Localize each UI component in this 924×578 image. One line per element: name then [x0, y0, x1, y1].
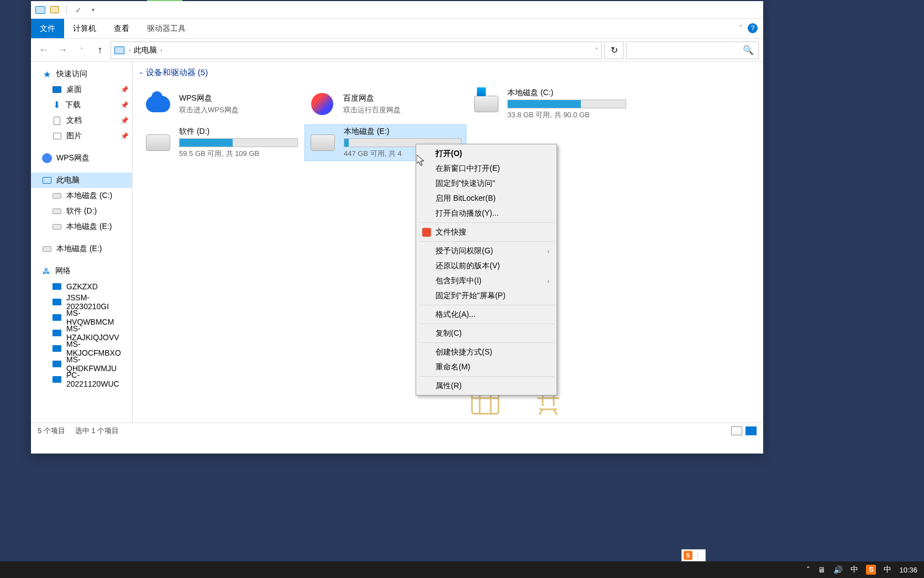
- maximize-button[interactable]: ☐: [712, 0, 738, 1]
- sidebar-documents[interactable]: 文档 📌: [31, 113, 132, 128]
- ime-indicator[interactable]: 中: [884, 565, 891, 575]
- menu-restore-versions[interactable]: 还原以前的版本(V): [418, 258, 555, 273]
- breadcrumb-this-pc[interactable]: 此电脑: [134, 45, 157, 55]
- ribbon: 文件 计算机 查看 驱动器工具 ˅ ?: [31, 19, 763, 39]
- sidebar-drive-d[interactable]: 软件 (D:): [31, 204, 132, 219]
- menu-include-library[interactable]: 包含到库中(I)›: [418, 273, 555, 288]
- chevron-right-icon: ›: [547, 248, 549, 254]
- sidebar-label: GZKZXD: [66, 282, 98, 291]
- menu-copy[interactable]: 复制(C): [418, 326, 555, 341]
- close-button[interactable]: ✕: [738, 0, 763, 1]
- drive-icon: [52, 191, 62, 201]
- sidebar-pc2[interactable]: JSSM-20230210GI: [31, 294, 132, 310]
- taskbar: ˄ 🖥 🔊 中 S 中 10:36: [0, 561, 924, 578]
- ribbon-view-tab[interactable]: 查看: [105, 19, 138, 38]
- sidebar-pc6[interactable]: MS-QHDKFWMJU: [31, 356, 132, 372]
- menu-create-shortcut[interactable]: 创建快捷方式(S): [418, 345, 555, 360]
- breadcrumb-sep[interactable]: ›: [129, 47, 130, 53]
- drive-subtitle: 双击运行百度网盘: [343, 105, 462, 115]
- sidebar-wps[interactable]: WPS网盘: [31, 150, 132, 166]
- ribbon-file-tab[interactable]: 文件: [31, 19, 64, 38]
- tray-chevron-icon[interactable]: ˄: [806, 565, 810, 574]
- ime-panel[interactable]: S ⋮: [681, 549, 706, 561]
- address-input[interactable]: › 此电脑 › ˅: [111, 41, 602, 59]
- folder-icon[interactable]: [50, 5, 60, 15]
- disk-icon: [473, 93, 500, 115]
- drive-c[interactable]: 本地磁盘 (C:) 33.8 GB 可用, 共 90.0 GB: [469, 86, 631, 122]
- volume-icon[interactable]: 🔊: [833, 565, 843, 574]
- menu-separator: [419, 222, 554, 223]
- sidebar-label: 本地磁盘 (E:): [56, 244, 102, 254]
- sidebar-drive-e2[interactable]: 本地磁盘 (E:): [31, 241, 132, 257]
- sidebar-this-pc[interactable]: 此电脑: [31, 173, 132, 188]
- sidebar-quick-access[interactable]: ★ 快速访问: [31, 66, 132, 82]
- pin-icon: 📌: [120, 86, 129, 93]
- clock[interactable]: 10:36: [899, 566, 917, 574]
- tiles-view-button[interactable]: [746, 426, 757, 435]
- ribbon-manage-tab[interactable]: 管理: [147, 0, 182, 1]
- sogou-tray-icon[interactable]: S: [866, 565, 876, 575]
- menu-file-search[interactable]: 文件快搜: [418, 225, 555, 239]
- sidebar-network[interactable]: 🖧 网络: [31, 263, 132, 279]
- history-dropdown-icon[interactable]: ˅: [73, 42, 90, 59]
- menu-separator: [419, 324, 554, 324]
- sidebar-drive-e[interactable]: 本地磁盘 (E:): [31, 219, 132, 235]
- back-button[interactable]: ←: [35, 42, 52, 59]
- sidebar-pc1[interactable]: GZKZXD: [31, 279, 132, 294]
- menu-properties[interactable]: 属性(R): [418, 378, 555, 393]
- system-tray: ˄ 🖥 🔊 中 S 中 10:36: [800, 565, 924, 575]
- menu-pin-start[interactable]: 固定到"开始"屏幕(P): [418, 288, 555, 303]
- drive-baidu[interactable]: 百度网盘 双击运行百度网盘: [305, 86, 466, 122]
- breadcrumb-sep[interactable]: ›: [160, 47, 162, 53]
- sidebar-label: 文档: [66, 116, 82, 126]
- help-button[interactable]: ?: [748, 23, 758, 33]
- minimize-button[interactable]: —: [687, 0, 712, 1]
- refresh-button[interactable]: ↻: [604, 41, 624, 59]
- ime-indicator[interactable]: 中: [851, 565, 858, 575]
- title-bar: ✓ ▾ 管理 此电脑 — ☐ ✕: [31, 1, 763, 19]
- menu-grant-access[interactable]: 授予访问权限(G)›: [418, 243, 555, 258]
- sidebar-drive-c[interactable]: 本地磁盘 (C:): [31, 188, 132, 204]
- drive-icon: [42, 244, 52, 254]
- qat-dropdown-icon[interactable]: ▾: [88, 5, 98, 15]
- drive-name: 百度网盘: [343, 93, 462, 103]
- computer-icon: [52, 328, 62, 338]
- computer-icon: [52, 374, 62, 384]
- desktop-icon: [52, 85, 62, 95]
- ribbon-collapse-icon[interactable]: ˅: [739, 24, 742, 30]
- network-icon: 🖧: [42, 267, 51, 275]
- address-dropdown-icon[interactable]: ˅: [595, 47, 598, 53]
- capacity-bar: [179, 138, 298, 147]
- properties-icon[interactable]: ✓: [74, 5, 83, 15]
- drive-wps[interactable]: WPS网盘 双击进入WPS网盘: [140, 86, 302, 122]
- sidebar-pc3[interactable]: MS-HVQWBMCM: [31, 310, 132, 325]
- forward-button[interactable]: →: [54, 42, 71, 59]
- menu-open-new-window[interactable]: 在新窗口中打开(E): [418, 161, 555, 176]
- menu-format[interactable]: 格式化(A)...: [418, 307, 555, 322]
- search-input[interactable]: 🔍: [626, 41, 759, 59]
- menu-autoplay[interactable]: 打开自动播放(Y)...: [418, 206, 555, 221]
- sidebar-pc4[interactable]: MS-HZAJKIQJOVV: [31, 325, 132, 341]
- sidebar-pc5[interactable]: MS-MKJOCFMBXO: [31, 341, 132, 356]
- sidebar-pc7[interactable]: PC-20221120WUC: [31, 372, 132, 387]
- menu-bitlocker[interactable]: 启用 BitLocker(B): [418, 191, 555, 206]
- sidebar-desktop[interactable]: 桌面 📌: [31, 82, 132, 97]
- ribbon-computer-tab[interactable]: 计算机: [64, 19, 105, 38]
- sidebar-downloads[interactable]: ⬇ 下载 📌: [31, 97, 132, 113]
- menu-pin-quick-access[interactable]: 固定到"快速访问": [418, 176, 555, 191]
- menu-separator: [419, 305, 554, 305]
- section-header[interactable]: › 设备和驱动器 (5): [140, 67, 755, 78]
- window-controls: — ☐ ✕: [687, 0, 763, 1]
- menu-rename[interactable]: 重命名(M): [418, 360, 555, 374]
- up-button[interactable]: ↑: [92, 42, 108, 59]
- ime-menu-icon[interactable]: ⋮: [695, 552, 701, 559]
- capacity-bar: [507, 100, 626, 108]
- chevron-right-icon: ›: [547, 278, 549, 284]
- sidebar-label: 网络: [55, 266, 71, 276]
- menu-open[interactable]: 打开(O): [418, 146, 555, 161]
- ribbon-drive-tools-tab[interactable]: 驱动器工具: [138, 19, 195, 38]
- sidebar-pictures[interactable]: 图片 📌: [31, 128, 132, 144]
- details-view-button[interactable]: [731, 426, 742, 435]
- network-icon[interactable]: 🖥: [818, 565, 826, 574]
- drive-d[interactable]: 软件 (D:) 59.5 GB 可用, 共 109 GB: [140, 124, 302, 161]
